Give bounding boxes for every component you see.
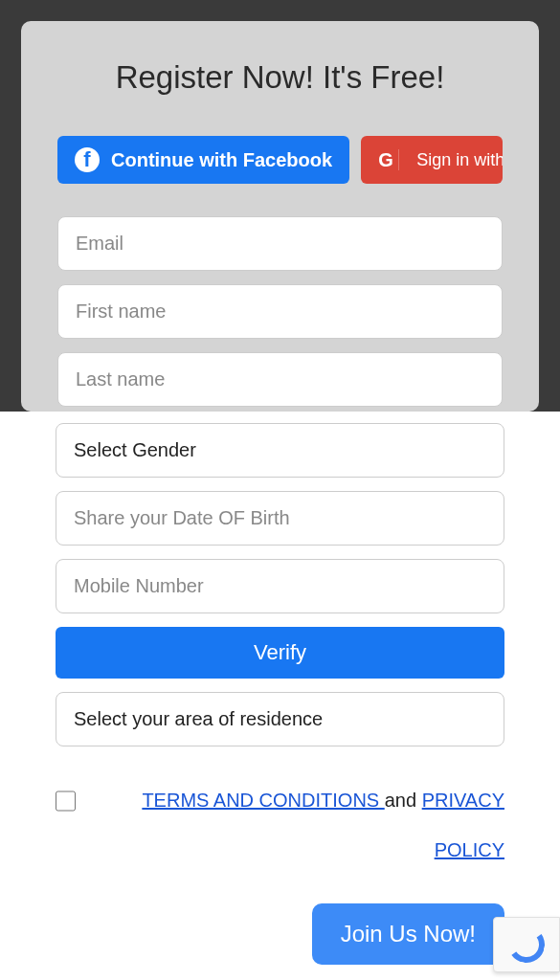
recaptcha-badge[interactable] [493, 917, 560, 972]
social-buttons-row: f Continue with Facebook G Sign in with … [57, 136, 503, 184]
recaptcha-icon [505, 924, 548, 966]
and-text: and [385, 790, 422, 811]
terms-conditions-link[interactable]: TERMS AND CONDITIONS [142, 790, 384, 811]
form-fields-lower: Select Gender Verify Select your area of… [0, 412, 560, 965]
terms-text: TERMS AND CONDITIONS and PRIVACY POLICY [89, 775, 504, 875]
firstname-field[interactable] [57, 284, 503, 339]
verify-button[interactable]: Verify [56, 627, 504, 679]
google-icon: G [378, 149, 399, 170]
page-title: Register Now! It's Free! [57, 59, 503, 96]
signin-google-button[interactable]: G Sign in with Goo [361, 136, 503, 184]
form-fields-upper [57, 216, 503, 407]
lastname-field[interactable] [57, 352, 503, 407]
terms-checkbox[interactable] [56, 791, 76, 812]
privacy-policy-link[interactable]: PRIVACY POLICY [422, 790, 504, 860]
mobile-field[interactable] [56, 559, 504, 613]
terms-row: TERMS AND CONDITIONS and PRIVACY POLICY [56, 775, 504, 875]
email-field[interactable] [57, 216, 503, 271]
continue-facebook-button[interactable]: f Continue with Facebook [57, 136, 349, 184]
area-select[interactable]: Select your area of residence [56, 692, 504, 746]
facebook-label: Continue with Facebook [111, 149, 332, 171]
facebook-icon: f [75, 147, 100, 172]
google-label: Sign in with Goo [416, 150, 503, 170]
dob-field[interactable] [56, 491, 504, 546]
gender-select[interactable]: Select Gender [56, 423, 504, 478]
register-card: Register Now! It's Free! f Continue with… [21, 21, 539, 412]
join-button[interactable]: Join Us Now! [312, 903, 504, 965]
